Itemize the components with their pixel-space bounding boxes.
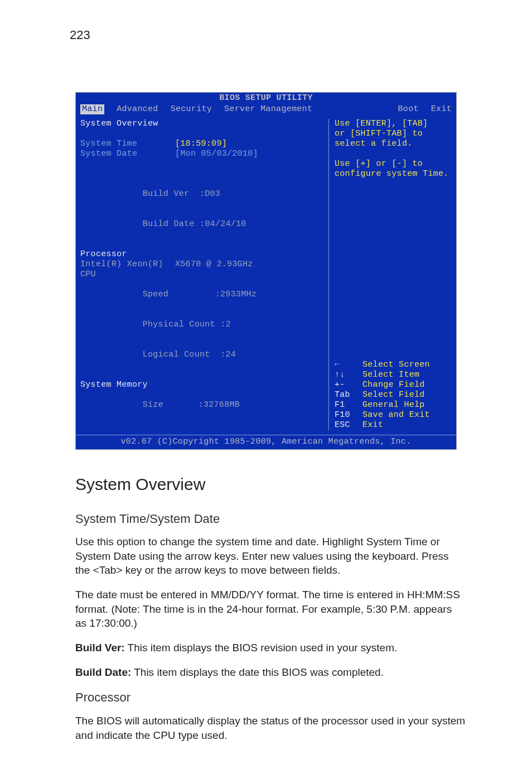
key-select-item: ↑↓Select Item: [335, 370, 452, 380]
doc-h2-processor: Processor: [75, 689, 466, 706]
tab-server-management[interactable]: Server Management: [224, 104, 312, 114]
log-count-value: 24: [225, 350, 236, 359]
build-ver-label: Build Ver :: [143, 189, 205, 199]
key-exit-desc: Exit: [362, 420, 383, 430]
key-help: F1General Help: [335, 400, 452, 410]
cpu-speed-row: Speed:2933MHz: [80, 280, 323, 310]
arrow-left-icon: ←: [335, 360, 362, 370]
phys-count-label: Physical Count :: [143, 320, 226, 329]
cpu-name-row: Intel(R) Xeon(R) CPU X5670 @ 2.93GHz: [80, 260, 323, 280]
tab-exit[interactable]: Exit: [431, 104, 452, 114]
system-time-value[interactable]: [18:59:09]: [175, 139, 227, 149]
bios-left-pane: System Overview System Time [18:59:09] S…: [80, 119, 323, 430]
bios-footer: v02.67 (C)Copyright 1985-2009, American …: [76, 435, 456, 449]
bios-window: BIOS SETUP UTILITY Main Advanced Securit…: [75, 92, 457, 450]
help-text: Use [ENTER], [TAB] or [SHIFT-TAB] to sel…: [335, 119, 452, 179]
tab-spacer: [325, 104, 385, 114]
key-select-field-desc: Select Field: [362, 390, 425, 400]
arrow-updown-icon: ↑↓: [335, 370, 362, 380]
system-date-row[interactable]: System Date [Mon 05/03/2010]: [80, 149, 323, 159]
doc-p4: Build Date: This item displays the date …: [75, 665, 466, 680]
help-line-3: select a field.: [335, 139, 452, 149]
doc-p4-rest: This item displays the date this BIOS wa…: [131, 666, 384, 678]
key-exit: ESCExit: [335, 420, 452, 430]
log-count-row: Logical Count :24: [80, 340, 323, 370]
tab-advanced[interactable]: Advanced: [117, 104, 158, 114]
memory-size-row: Size:32768MB: [80, 390, 323, 420]
memory-heading: System Memory: [80, 380, 323, 390]
system-date-label: System Date: [80, 149, 175, 159]
document-body: System Overview System Time/System Date …: [75, 473, 466, 742]
build-date-row: Build Date :04/24/10: [80, 209, 323, 239]
doc-h2-time-date: System Time/System Date: [75, 511, 466, 527]
cpu-speed-value: :2933MHz: [215, 290, 257, 299]
key-help-desc: General Help: [362, 400, 425, 410]
key-select-screen: ←Select Screen: [335, 360, 452, 370]
key-select-item-desc: Select Item: [362, 370, 419, 380]
build-date-label: Build Date :: [143, 219, 205, 229]
tab-security[interactable]: Security: [171, 104, 212, 114]
overview-heading: System Overview: [80, 119, 323, 129]
bios-tab-bar: Main Advanced Security Server Management…: [76, 104, 456, 116]
key-select-field: TabSelect Field: [335, 390, 452, 400]
key-select-screen-desc: Select Screen: [362, 360, 430, 370]
phys-count-value: 2: [225, 320, 230, 329]
doc-p3-bold: Build Ver:: [75, 642, 125, 654]
help-line-5: configure system Time.: [335, 169, 452, 179]
page-number: 223: [70, 28, 90, 42]
document-page: 223 BIOS SETUP UTILITY Main Advanced Sec…: [0, 0, 532, 764]
phys-count-row: Physical Count :2: [80, 310, 323, 340]
key-change-field: +-Change Field: [335, 380, 452, 390]
cpu-name-left: Intel(R) Xeon(R) CPU: [80, 260, 175, 280]
bios-body: System Overview System Time [18:59:09] S…: [76, 116, 456, 435]
key-esc: ESC: [335, 420, 362, 430]
cpu-name-right: X5670 @ 2.93GHz: [175, 260, 253, 280]
memory-size-value: :32768MB: [199, 400, 240, 410]
key-save-exit-desc: Save and Exit: [362, 410, 430, 420]
build-date-value: 04/24/10: [205, 219, 246, 229]
key-f1: F1: [335, 400, 362, 410]
build-ver-value: D03: [205, 189, 220, 199]
doc-h1: System Overview: [75, 473, 466, 496]
key-change-field-desc: Change Field: [362, 380, 425, 390]
key-tab: Tab: [335, 390, 362, 400]
doc-p3-rest: This item displays the BIOS revision use…: [125, 642, 398, 654]
tab-boot[interactable]: Boot: [398, 104, 419, 114]
doc-p1: Use this option to change the system tim…: [75, 535, 466, 578]
help-line-4: Use [+] or [-] to: [335, 159, 452, 169]
help-line-1: Use [ENTER], [TAB]: [335, 119, 452, 129]
bios-help-pane: Use [ENTER], [TAB] or [SHIFT-TAB] to sel…: [328, 119, 452, 430]
log-count-label: Logical Count :: [143, 350, 226, 359]
doc-p3: Build Ver: This item displays the BIOS r…: [75, 641, 466, 655]
bios-title: BIOS SETUP UTILITY: [76, 93, 456, 104]
system-time-label: System Time: [80, 139, 175, 149]
plus-minus-icon: +-: [335, 380, 362, 390]
tab-main[interactable]: Main: [80, 104, 104, 114]
system-date-value[interactable]: [Mon 05/03/2010]: [175, 149, 258, 159]
build-ver-row: Build Ver :D03: [80, 179, 323, 209]
key-f10: F10: [335, 410, 362, 420]
doc-p5: The BIOS will automatically display the …: [75, 714, 466, 742]
processor-heading: Processor: [80, 249, 323, 260]
key-legend: ←Select Screen ↑↓Select Item +-Change Fi…: [335, 360, 452, 430]
key-save-exit: F10Save and Exit: [335, 410, 452, 420]
memory-size-label: Size: [143, 400, 199, 410]
system-time-row[interactable]: System Time [18:59:09]: [80, 139, 323, 149]
help-line-2: or [SHIFT-TAB] to: [335, 129, 452, 139]
cpu-speed-label: Speed: [143, 290, 215, 300]
doc-p4-bold: Build Date:: [75, 666, 131, 678]
bios-figure: BIOS SETUP UTILITY Main Advanced Securit…: [75, 92, 499, 450]
doc-p2: The date must be entered in MM/DD/YY for…: [75, 588, 466, 631]
